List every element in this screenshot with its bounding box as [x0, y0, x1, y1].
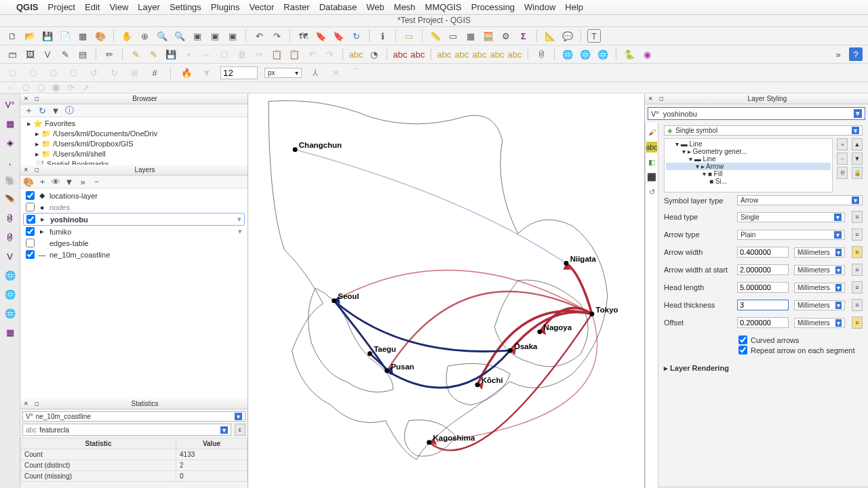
layers-close-icon[interactable]: ✕ [22, 166, 30, 174]
bookmarks-icon[interactable]: 🔖 [332, 29, 345, 43]
layers-filter-icon[interactable]: ▼ [64, 177, 74, 186]
layer-rendering-header[interactable]: ▸ Layer Rendering [664, 364, 863, 373]
offset-input[interactable] [737, 317, 789, 328]
filter2-icon[interactable]: ▼ [200, 66, 214, 79]
raster-layer-icon[interactable]: ▦ [3, 117, 17, 130]
python-icon[interactable]: 🐍 [623, 47, 636, 61]
text-icon[interactable]: T [587, 29, 601, 43]
layers-detach-icon[interactable]: ◻ [33, 166, 41, 174]
cut-icon[interactable]: ✂ [252, 47, 266, 61]
menu-settings[interactable]: Settings [170, 2, 201, 12]
layer-row[interactable]: edges-table [23, 237, 245, 249]
abc2-icon[interactable]: abc [411, 47, 425, 61]
mesh-layer-icon[interactable]: ◈ [3, 136, 17, 149]
edit-icon[interactable]: ✎ [58, 47, 72, 61]
delete-feature-icon[interactable]: 🗑 [235, 47, 248, 61]
arrow-width-input[interactable] [737, 247, 789, 258]
abc4-icon[interactable]: abc [455, 47, 469, 61]
abc5-icon[interactable]: abc [473, 47, 486, 61]
fontsize-input[interactable] [220, 66, 258, 79]
add-vector-icon[interactable]: 🗃 [5, 47, 19, 61]
3d-tab-icon[interactable]: ⬛ [646, 171, 657, 182]
snap7-icon[interactable]: ⊞ [127, 66, 141, 79]
add-symbollayer-button[interactable]: ＋ [837, 138, 848, 150]
postgis-icon[interactable]: 🐘 [3, 174, 17, 187]
t4a-icon[interactable]: ⎓ [5, 83, 16, 92]
menu-window[interactable]: Window [524, 2, 555, 12]
deselect-icon[interactable]: ▭ [446, 29, 460, 43]
layers-visibility-icon[interactable]: 👁 [51, 177, 60, 186]
new-project-icon[interactable]: 🗋 [5, 29, 19, 43]
pencil-yellow-icon[interactable]: ✎ [129, 47, 142, 61]
toolbox-icon[interactable]: ⚙ [499, 29, 513, 43]
arrow-width-unit[interactable]: Millimeters▾ [794, 247, 845, 258]
symbol-tree[interactable]: ▾ ▬ Line ▾ ▸ Geometry gener... ▾ ▬ Line … [664, 138, 833, 192]
menu-help[interactable]: Help [565, 2, 583, 12]
moveup-button[interactable]: ▲ [852, 138, 863, 150]
stats-layer-select[interactable]: V° ne_10m_coastline▾ [20, 409, 248, 424]
overflow-icon[interactable]: » [831, 47, 845, 61]
node-tool-icon[interactable]: ⬡ [217, 47, 231, 61]
stats-detach-icon[interactable]: ◻ [33, 400, 41, 408]
filter-browser-icon[interactable]: ▼ [51, 106, 60, 115]
menu-layer[interactable]: Layer [138, 2, 160, 12]
style-manager-icon[interactable]: 🎨 [94, 29, 107, 43]
mssql-icon[interactable]: 🛢 [3, 211, 17, 225]
ruler-icon[interactable]: 📐 [543, 29, 557, 43]
globe2-icon[interactable]: 🌐 [578, 47, 592, 61]
snap2-icon[interactable]: ⬡ [26, 66, 39, 79]
field-calc-icon[interactable]: 🧮 [481, 29, 495, 43]
layout-icon[interactable]: ▦ [76, 29, 90, 43]
axis-icon[interactable]: ⅄ [309, 66, 322, 79]
history-tab-icon[interactable]: ↺ [646, 186, 657, 197]
layers-remove-icon[interactable]: － [92, 177, 101, 186]
refresh-icon[interactable]: ↻ [349, 29, 363, 43]
t4e-icon[interactable]: ⟳ [65, 83, 76, 92]
zoom-full-icon[interactable]: ▣ [191, 29, 204, 43]
remove-symbollayer-button[interactable]: － [837, 152, 848, 165]
styling-layer-select[interactable]: V°yoshinobu▾ [648, 107, 865, 120]
virtual-icon[interactable]: V [3, 249, 17, 263]
attr-table-icon[interactable]: ▦ [464, 29, 477, 43]
t4b-icon[interactable]: ⎔ [20, 83, 31, 92]
offset-unit[interactable]: Millimeters▾ [794, 318, 845, 328]
new-bookmark-icon[interactable]: 🔖 [314, 29, 328, 43]
open-icon[interactable]: 📂 [23, 29, 37, 43]
browser-close-icon[interactable]: ✕ [22, 95, 30, 103]
arrow-width-dd-button[interactable]: ≡ [852, 246, 863, 258]
redo-icon[interactable]: ↷ [323, 47, 336, 61]
abc6-icon[interactable]: abc [490, 47, 504, 61]
zoom-next-icon[interactable]: ↷ [270, 29, 283, 43]
diagram-icon[interactable]: ◔ [367, 47, 380, 61]
curved-arrows-checkbox[interactable]: Curved arrows [738, 336, 868, 344]
snap4-icon[interactable]: ⬡ [66, 66, 80, 79]
menu-mmqgis[interactable]: MMQGIS [425, 2, 462, 12]
movedown-button[interactable]: ▼ [852, 152, 863, 165]
menu-project[interactable]: Project [48, 2, 75, 12]
layer-row[interactable]: ◆locations-layer [23, 190, 245, 201]
layer-row[interactable]: ●nodes [23, 201, 245, 213]
zoom-layer-icon[interactable]: ▣ [226, 29, 239, 43]
menu-qgis[interactable]: QGIS [16, 2, 39, 12]
add-raster-icon[interactable]: 🖼 [23, 47, 37, 61]
snap1-icon[interactable]: ⬡ [5, 66, 19, 79]
styling-detach-icon[interactable]: ◻ [657, 95, 665, 103]
toggle-edit-icon[interactable]: ✏ [102, 47, 116, 61]
symbol-layer-type-select[interactable]: Arrow▾ [737, 195, 863, 205]
symbology-tab-icon[interactable]: 🖌 [646, 127, 657, 138]
add-feature-icon[interactable]: • [182, 47, 195, 61]
fire-icon[interactable]: 🔥 [180, 66, 193, 79]
menu-mesh[interactable]: Mesh [394, 2, 416, 12]
zoom-selection-icon[interactable]: ▣ [208, 29, 222, 43]
repeat-arrow-checkbox[interactable]: Repeat arrow on each segment [738, 346, 868, 354]
head-thickness-unit[interactable]: Millimeters▾ [794, 300, 845, 310]
snap3-icon[interactable]: ⬡ [46, 66, 60, 79]
help-icon[interactable]: ? [849, 47, 863, 61]
pan-icon[interactable]: ✋ [120, 29, 134, 43]
wfs-icon[interactable]: 🌐 [3, 306, 17, 320]
undo-icon[interactable]: ↶ [305, 47, 319, 61]
layers-expand-icon[interactable]: » [78, 177, 87, 186]
zoom-out-icon[interactable]: 🔍 [173, 29, 186, 43]
head-length-input[interactable] [737, 282, 789, 293]
stats-field-select[interactable]: abc featurecla▾ [22, 424, 231, 436]
